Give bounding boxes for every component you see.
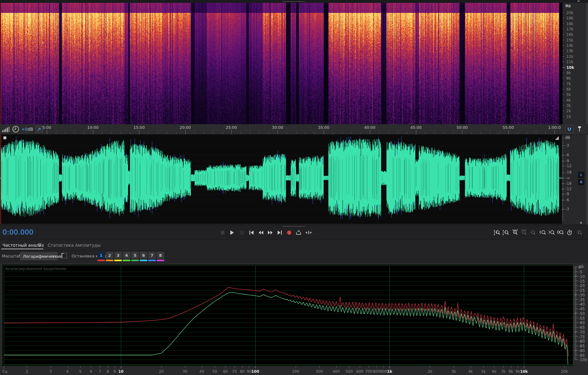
record-button[interactable] [286, 229, 293, 236]
tab-frequency-analysis[interactable]: Частотный анализ [3, 243, 44, 248]
waveform-db-ruler[interactable]: dB -3-6-9-12-18-∞-18-12-9-6-3 L R ▲ [562, 135, 588, 225]
waveform-corner-square-icon[interactable] [3, 136, 6, 139]
scale-dropdown-value: Логарифмический [23, 254, 62, 259]
axis-label-5k: 5k [478, 369, 488, 374]
timeline-label-35:00: 35:00 [316, 125, 331, 130]
skip-selection-button[interactable] [305, 229, 312, 236]
snap-button[interactable] [565, 125, 573, 133]
panel-menu-hamburger-icon[interactable]: ☰ [38, 242, 42, 247]
axis-label-20k: 20k [559, 369, 569, 374]
spectrogram-canvas[interactable] [0, 3, 563, 124]
hz-label-14k: 14k [566, 43, 573, 48]
panel-menu-icon[interactable] [577, 1, 580, 2]
analysis-panel: Частотный анализ ☰ Статистика Амплитуды … [0, 240, 588, 375]
timeline-label-10:00: 10:00 [85, 125, 100, 130]
timeline-tick [351, 132, 352, 134]
zoom-in-vertical-button[interactable] [494, 229, 500, 236]
axis-tick-30 [185, 366, 185, 368]
frame-hold-button-2[interactable]: 2 [106, 252, 113, 259]
timeline-tick [471, 132, 472, 134]
axis-tick-8k [511, 366, 511, 368]
fast-forward-button[interactable] [267, 229, 274, 236]
waveform-scrollbar[interactable] [586, 135, 588, 225]
axis-tick-80 [242, 366, 243, 368]
hz-tick [563, 78, 564, 78]
axis-tick-50 [215, 366, 215, 368]
frame-hold-button-3[interactable]: 3 [114, 252, 122, 259]
timeline-tick [93, 130, 93, 134]
zoom-in-horizontal-button[interactable] [512, 229, 519, 236]
hz-label-9k: 9k [566, 71, 571, 75]
frame-hold-button-7[interactable]: 7 [148, 252, 156, 259]
spectrogram-scrollbar[interactable] [586, 3, 588, 124]
timeline-tick [213, 132, 213, 134]
plot-frequency-axis[interactable]: Гц 2345678910203040506070809010020030040… [0, 366, 588, 375]
channel-badge-right[interactable]: R [578, 179, 584, 185]
wave-db-tick [562, 194, 564, 194]
time-display[interactable]: 0:00.000 [3, 228, 33, 236]
waveform-canvas[interactable] [0, 135, 562, 224]
pause-button[interactable] [239, 229, 245, 236]
frame-hold-button-4[interactable]: 4 [123, 252, 130, 259]
timeline-label-25:00: 25:00 [224, 125, 239, 130]
plot-db-label: -70 [579, 330, 585, 334]
plot-db-ruler[interactable]: дБ 0-5-10-15-20-25-30-35-40-45-50-55-60-… [573, 263, 588, 367]
zoom-to-selection-button[interactable] [557, 229, 564, 236]
zoom-reset-button[interactable] [529, 229, 536, 236]
frame-hold-button-1[interactable]: 1 [97, 252, 105, 259]
waveform-corner-triangle-icon[interactable] [555, 136, 559, 140]
scale-dropdown[interactable]: Логарифмический [20, 252, 58, 260]
zoom-out-horizontal-button[interactable] [521, 229, 527, 236]
audition-window: Hz 20k19k18k17k16k15k14k13k12k11k10k9k8k… [0, 0, 588, 375]
scroll-up-arrow-icon[interactable]: ▲ [580, 221, 582, 224]
skip-to-end-button[interactable] [276, 229, 283, 236]
zoom-out-vertical-button[interactable] [502, 229, 509, 236]
wave-db-label: -9 [565, 159, 569, 163]
axis-tick-700 [369, 366, 369, 368]
timeline-tick [416, 130, 416, 134]
timeline-tick [315, 132, 315, 134]
timeline-label-40:00: 40:00 [362, 125, 377, 130]
hz-label-8k: 8k [566, 76, 571, 80]
plot-db-label: -55 [579, 316, 585, 321]
axis-label-4: 4 [62, 369, 73, 374]
tab-amplitude-statistics[interactable]: Статистика Амплитуды [48, 243, 100, 248]
scale-label: Масштаб: [2, 254, 23, 258]
hz-tick [563, 89, 564, 89]
transport-drag-handle[interactable] [283, 226, 305, 227]
zoom-to-out-point-button[interactable] [548, 229, 555, 236]
frame-hold-button-8[interactable]: 8 [157, 252, 164, 259]
marker-icon[interactable] [577, 126, 582, 132]
hz-label-2k: 2k [566, 109, 571, 113]
hz-tick [563, 100, 564, 100]
axis-label-50: 50 [210, 369, 220, 374]
hz-label-3k: 3k [566, 103, 571, 108]
wave-db-tick [562, 184, 564, 184]
channel-badge-left[interactable]: L [578, 172, 584, 178]
rewind-button[interactable] [257, 229, 264, 236]
skip-to-start-button[interactable] [248, 229, 255, 236]
zoom-fit-vertical-button[interactable] [575, 229, 582, 236]
stop-button[interactable] [219, 229, 226, 236]
timeline-tick [379, 132, 379, 134]
spectrogram-playhead[interactable] [1, 3, 1, 124]
hz-tick [563, 51, 564, 51]
hz-label-16k: 16k [566, 32, 573, 37]
loop-playback-button[interactable] [295, 229, 302, 236]
copy-graph-data-icon[interactable] [62, 253, 67, 258]
zoom-to-in-point-button[interactable] [539, 229, 546, 236]
panel-drag-handle[interactable] [283, 1, 305, 2]
timeline-tick [444, 132, 444, 134]
waveform-playhead[interactable] [1, 135, 1, 224]
frequency-analysis-plot[interactable] [3, 265, 573, 366]
frame-hold-button-5[interactable]: 5 [131, 252, 139, 259]
spectrogram-frequency-ruler[interactable]: Hz 20k19k18k17k16k15k14k13k12k11k10k9k8k… [563, 3, 588, 124]
frame-hold-button-6[interactable]: 6 [140, 252, 147, 259]
hz-label-6k: 6k [566, 87, 571, 91]
hz-label-12k: 12k [566, 54, 573, 59]
play-button[interactable] [229, 229, 235, 236]
plot-db-label: -90 [579, 349, 585, 353]
timeline-ruler[interactable]: 5:0010:0015:0020:0025:0030:0035:0040:004… [0, 124, 564, 135]
axis-label-600: 600 [355, 369, 365, 374]
zoom-timer-button[interactable] [566, 229, 573, 236]
